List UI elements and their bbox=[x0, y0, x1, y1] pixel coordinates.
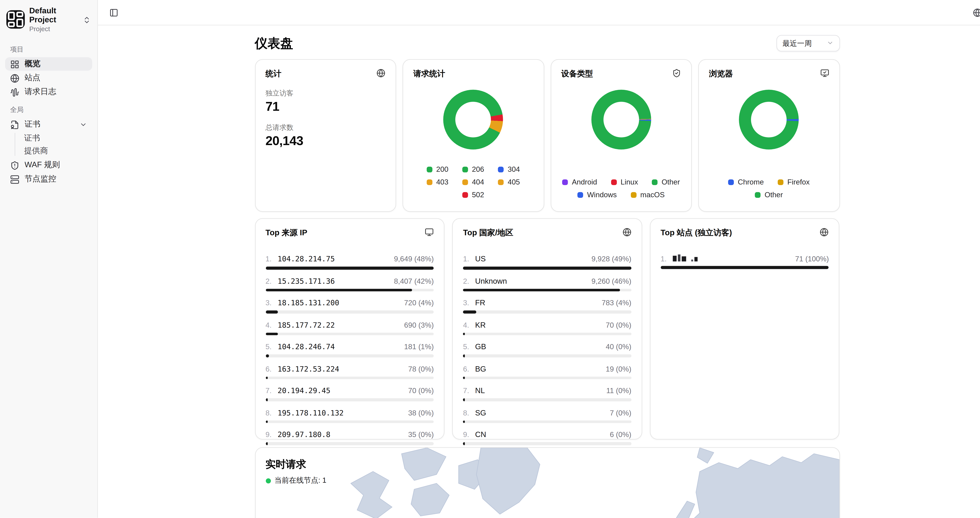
sidebar-item-label: 节点监控 bbox=[24, 174, 87, 185]
chevron-down-icon bbox=[826, 39, 834, 48]
language-globe-button[interactable] bbox=[970, 5, 980, 20]
legend-swatch bbox=[498, 179, 504, 185]
request-status-legend: 200 206 304 403 404 405 502 bbox=[414, 166, 533, 199]
rank-item: 5. 104.28.246.74 181 (1%) bbox=[266, 342, 434, 357]
legend-item-Linux[interactable]: Linux bbox=[611, 178, 638, 186]
rank-number: 1. bbox=[463, 255, 475, 263]
legend-label: macOS bbox=[640, 191, 665, 198]
sidebar-subitem-提供商[interactable]: 提供商 bbox=[19, 145, 92, 158]
card-stats-title: 统计 bbox=[266, 69, 282, 80]
legend-swatch bbox=[578, 192, 583, 198]
rank-item: 1. 104.28.214.75 9,649 (48%) bbox=[266, 255, 434, 269]
sidebar-toggle-button[interactable] bbox=[106, 5, 121, 20]
sidebar-item-请求日志[interactable]: 请求日志 bbox=[5, 86, 92, 99]
rank-number: 9. bbox=[463, 430, 475, 438]
rank-item: 5. GB 40 (0%) bbox=[463, 342, 631, 357]
card-top-country: Top 国家/地区 1. US 9,928 (49%) 2. Unknown 9… bbox=[452, 218, 642, 440]
card-realtime-requests: 实时请求 当前在线节点: 1 bbox=[255, 447, 840, 518]
legend-item-502[interactable]: 502 bbox=[462, 191, 484, 198]
legend-item-Other[interactable]: Other bbox=[755, 191, 783, 198]
legend-item-Chrome[interactable]: Chrome bbox=[728, 178, 764, 186]
rank-bar bbox=[463, 442, 631, 445]
rank-value: 35 (0%) bbox=[408, 430, 434, 438]
rank-label: FR bbox=[475, 298, 485, 307]
rank-number: 7. bbox=[463, 387, 475, 394]
legend-swatch bbox=[728, 179, 734, 185]
project-logo bbox=[6, 10, 25, 29]
request-status-donut-chart bbox=[443, 89, 503, 150]
legend-swatch bbox=[778, 179, 783, 185]
rank-item: 1. 71 (100%) bbox=[660, 255, 829, 269]
rank-label: GB bbox=[475, 342, 486, 351]
legend-swatch bbox=[462, 192, 468, 198]
rank-bar bbox=[463, 266, 631, 269]
date-range-value: 最近一周 bbox=[783, 38, 822, 48]
device-type-legend: Android Linux Other Windows macOS bbox=[561, 178, 681, 198]
metric-label: 总请求数 bbox=[266, 123, 385, 132]
rank-label: 185.177.72.22 bbox=[278, 320, 335, 329]
sidebar-subitem-证书[interactable]: 证书 bbox=[19, 132, 92, 145]
sidebar-item-概览[interactable]: 概览 bbox=[5, 57, 92, 71]
top-ip-list: 1. 104.28.214.75 9,649 (48%) 2. 15.235.1… bbox=[266, 255, 434, 467]
realtime-title: 实时请求 bbox=[266, 458, 829, 471]
stats-metrics: 独立访客 71总请求数 20,143 bbox=[266, 88, 385, 148]
browser-legend: Chrome Firefox Other bbox=[709, 178, 829, 198]
rank-number: 1. bbox=[266, 255, 278, 263]
realtime-header: 实时请求 当前在线节点: 1 bbox=[255, 448, 839, 485]
rank-value: 9,260 (46%) bbox=[592, 277, 631, 285]
sidebar-item-WAF 规则[interactable]: WAF 规则 bbox=[5, 159, 92, 172]
legend-item-200[interactable]: 200 bbox=[427, 166, 449, 173]
rank-value: 690 (3%) bbox=[404, 321, 434, 328]
legend-item-Windows[interactable]: Windows bbox=[578, 191, 617, 198]
stat-metric: 独立访客 71 bbox=[266, 88, 385, 114]
rank-item: 8. 195.178.110.132 38 (0%) bbox=[266, 408, 434, 423]
legend-item-Android[interactable]: Android bbox=[562, 178, 597, 186]
legend-item-macOS[interactable]: macOS bbox=[631, 191, 665, 198]
rank-item: 6. BG 19 (0%) bbox=[463, 364, 631, 379]
rank-value: 11 (0%) bbox=[606, 387, 631, 394]
project-switcher[interactable]: Default Project Project bbox=[5, 5, 92, 39]
legend-item-403[interactable]: 403 bbox=[427, 178, 449, 186]
legend-label: 502 bbox=[472, 191, 484, 198]
chevrons-up-down-icon bbox=[83, 15, 91, 24]
rank-bar bbox=[660, 266, 829, 269]
sidebar-item-节点监控[interactable]: 节点监控 bbox=[5, 172, 92, 186]
card-device-type: 设备类型 Android Linux Other Windows macOS bbox=[550, 59, 692, 212]
legend-swatch bbox=[462, 166, 468, 172]
card-device-type-title: 设备类型 bbox=[561, 69, 593, 80]
rank-value: 71 (100%) bbox=[795, 255, 829, 263]
chevron-down-icon bbox=[80, 121, 87, 128]
legend-label: 206 bbox=[472, 166, 484, 173]
card-request-stats-title: 请求统计 bbox=[414, 69, 445, 80]
legend-item-Other[interactable]: Other bbox=[652, 178, 680, 186]
shield-check-icon bbox=[672, 69, 681, 77]
legend-item-404[interactable]: 404 bbox=[462, 178, 484, 186]
legend-swatch bbox=[652, 179, 658, 185]
page-title: 仪表盘 bbox=[255, 35, 293, 52]
globe-icon bbox=[820, 228, 829, 236]
rank-label: 209.97.180.8 bbox=[278, 430, 331, 439]
legend-item-Firefox[interactable]: Firefox bbox=[778, 178, 810, 186]
card-request-stats: 请求统计 200 206 304 403 404 405 502 bbox=[402, 59, 544, 212]
date-range-select[interactable]: 最近一周 bbox=[776, 35, 840, 51]
rank-value: 70 (0%) bbox=[408, 387, 434, 394]
legend-item-405[interactable]: 405 bbox=[498, 178, 520, 186]
legend-item-304[interactable]: 304 bbox=[498, 166, 520, 173]
rank-label: KR bbox=[475, 320, 486, 329]
legend-label: Chrome bbox=[738, 178, 764, 186]
rank-label: BG bbox=[475, 364, 486, 373]
sidebar-item-证书[interactable]: 证书 bbox=[5, 118, 92, 131]
rank-bar bbox=[266, 442, 434, 445]
layout-grid-icon bbox=[10, 60, 19, 69]
rank-value: 720 (4%) bbox=[404, 299, 434, 307]
rank-item: 3. 18.185.131.200 720 (4%) bbox=[266, 298, 434, 313]
rank-label: 104.28.246.74 bbox=[278, 342, 335, 351]
project-type: Project bbox=[29, 25, 78, 33]
legend-label: Other bbox=[662, 178, 680, 186]
card-stats: 统计 独立访客 71总请求数 20,143 bbox=[255, 59, 396, 212]
sidebar-item-站点[interactable]: 站点 bbox=[5, 72, 92, 85]
legend-item-206[interactable]: 206 bbox=[462, 166, 484, 173]
card-browser-title: 浏览器 bbox=[709, 69, 733, 80]
server-icon bbox=[10, 175, 19, 184]
rank-bar bbox=[266, 266, 434, 269]
